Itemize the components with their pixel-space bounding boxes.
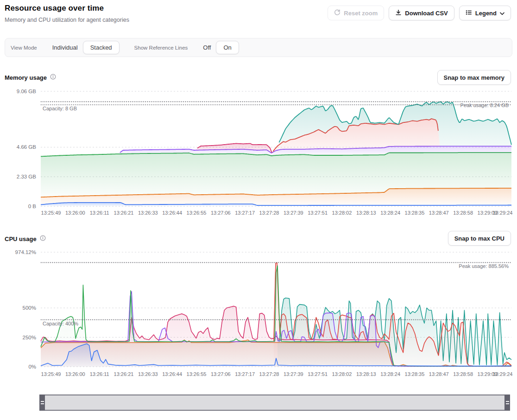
x-tick-label: 13:26:11 [90,371,109,377]
x-tick-label: 13:27:28 [259,371,279,377]
snap-to-max-cpu-button[interactable]: Snap to max CPU [448,231,511,246]
download-icon [395,9,402,17]
x-tick-label: 13:28:02 [332,210,352,216]
x-tick-label: 13:29:24 [493,210,513,216]
reference-line-label: Peak usage: 885.56% [459,263,509,269]
chevron-down-icon [500,10,504,17]
y-tick-label: 2.33 GB [17,174,37,179]
y-tick-label: 500% [23,305,36,311]
y-tick-label: 0 B [28,204,37,209]
x-tick-label: 13:26:00 [65,210,85,216]
y-tick-label: 4.66 GB [17,144,37,150]
brush-left-handle[interactable] [39,395,45,411]
reset-zoom-icon [334,9,340,17]
x-tick-label: 13:27:51 [308,210,328,216]
x-tick-label: 13:25:49 [41,371,61,377]
x-tick-label: 13:26:21 [114,371,134,377]
x-tick-label: 13:27:39 [284,210,303,216]
y-tick-label: 0% [28,364,36,369]
x-tick-label: 13:28:13 [356,371,376,377]
y-tick-label: 974.12% [15,249,36,255]
x-tick-label: 13:28:58 [453,210,473,216]
resource-usage-dashboard: Resource usage over time Memory and CPU … [0,0,517,420]
x-tick-label: 13:26:55 [187,210,207,216]
y-tick-label: 9.06 GB [17,89,37,94]
x-tick-label: 13:26:21 [114,210,134,216]
y-tick-label: 250% [23,335,36,340]
legend-dropdown-button[interactable]: Legend [459,6,511,20]
x-tick-label: 13:26:44 [162,210,182,216]
x-tick-label: 13:26:33 [138,210,158,216]
x-tick-label: 13:28:47 [429,210,449,216]
page-header: Resource usage over time Memory and CPU … [5,4,511,23]
header-actions: Reset zoom Download CSV Legend [328,6,511,20]
x-tick-label: 13:26:55 [187,371,207,377]
view-mode-label: View Mode [11,45,37,51]
x-tick-label: 13:28:47 [429,371,449,377]
x-tick-label: 13:27:17 [235,210,255,216]
cpu-chart-canvas[interactable]: 0%250%500%974.12%13:25:4913:26:0013:26:1… [0,246,517,382]
x-tick-label: 13:27:06 [211,371,231,377]
download-csv-button[interactable]: Download CSV [389,6,454,20]
reference-lines-label: Show Reference Lines [134,45,188,51]
x-tick-label: 13:25:49 [41,210,61,216]
x-tick-label: 13:26:33 [138,371,158,377]
header-text: Resource usage over time Memory and CPU … [5,4,129,23]
memory-chart-canvas[interactable]: 0 B2.33 GB4.66 GB9.06 GB13:25:4913:26:00… [0,86,517,221]
x-tick-label: 13:28:02 [332,371,352,377]
info-icon[interactable] [50,74,56,81]
x-tick-label: 13:27:17 [235,371,255,377]
x-tick-label: 13:27:28 [259,210,279,216]
page-subtitle: Memory and CPU utilization for agent cat… [5,17,129,23]
page-title: Resource usage over time [5,4,129,13]
brush-right-handle[interactable] [504,395,510,411]
x-tick-label: 13:26:44 [162,371,182,377]
reference-line-label: Capacity: 8 GB [43,106,77,111]
x-tick-label: 13:28:35 [405,210,425,216]
x-tick-label: 13:28:24 [380,210,400,216]
reset-zoom-button[interactable]: Reset zoom [328,6,384,20]
x-tick-label: 13:27:51 [308,371,328,377]
timeline-brush[interactable] [39,395,510,411]
reference-line-label: Capacity: 400% [43,321,78,326]
memory-section-title: Memory usage [5,74,56,81]
x-tick-label: 13:26:11 [90,210,109,216]
info-icon[interactable] [40,235,46,242]
view-mode-individual-option[interactable]: Individual [47,41,83,54]
x-tick-label: 13:28:58 [453,371,473,377]
x-tick-label: 13:28:35 [405,371,425,377]
x-tick-label: 13:28:24 [380,371,400,377]
x-tick-label: 13:26:00 [65,371,85,377]
reference-line-label: Peak usage: 8.24 GB [460,102,509,108]
cpu-section-title: CPU usage [5,235,46,242]
x-tick-label: 13:27:39 [284,371,303,377]
legend-list-icon [466,9,472,17]
x-tick-label: 13:28:13 [356,210,376,216]
view-mode-stacked-option[interactable]: Stacked [83,41,120,54]
reference-lines-off-option[interactable]: Off [198,41,216,54]
chart-controls-bar: View Mode Individual Stacked Show Refere… [5,38,512,57]
x-tick-label: 13:29:24 [493,371,513,377]
x-tick-label: 13:27:06 [211,210,231,216]
reference-lines-on-option[interactable]: On [216,41,239,54]
snap-to-max-memory-button[interactable]: Snap to max memory [437,70,511,85]
